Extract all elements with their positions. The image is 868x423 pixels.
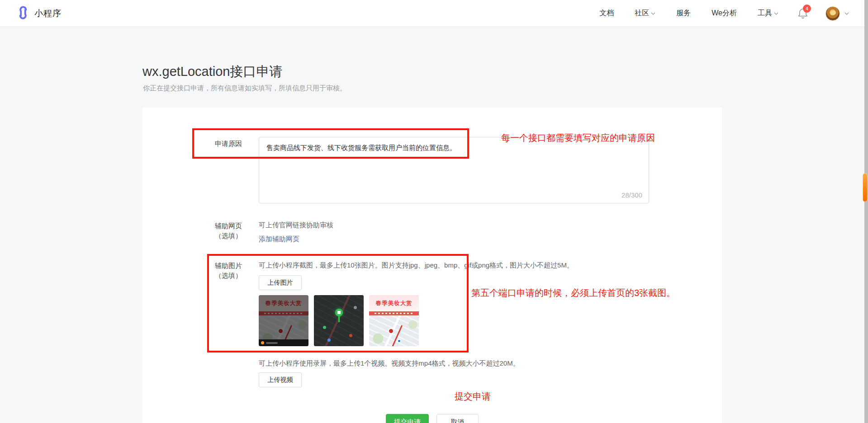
nav-item-label: 服务 xyxy=(676,9,691,18)
nav-item-tools[interactable]: 工具 xyxy=(758,9,778,18)
footer-text-bar xyxy=(266,342,278,344)
map-poi-red xyxy=(278,328,284,334)
aux-image-thumbnail-2[interactable] xyxy=(314,295,364,346)
nav-item-label: 工具 xyxy=(758,9,772,18)
map-dot-red xyxy=(349,334,352,337)
nav-item-services[interactable]: 服务 xyxy=(676,9,691,18)
miniprogram-logo-icon xyxy=(16,6,30,21)
avatar[interactable] xyxy=(825,6,840,21)
map-dot-blue xyxy=(327,338,331,342)
thumbnail-footer-bar xyxy=(259,339,308,346)
location-pin-icon xyxy=(335,309,343,322)
reason-label: 申请原因 xyxy=(190,139,242,149)
reason-textarea-wrap: 售卖商品线下发货、线下收货服务需获取用户当前的位置信息。 28/300 xyxy=(259,137,649,203)
promo-sub-strip xyxy=(259,311,308,315)
nav-item-we-analytics[interactable]: We分析 xyxy=(711,9,737,18)
add-aux-web-link[interactable]: 添加辅助网页 xyxy=(259,235,299,244)
aux-web-optional: （选填） xyxy=(190,231,242,241)
char-counter: 28/300 xyxy=(621,191,642,199)
map-dot-grey xyxy=(354,306,357,309)
aux-image-label-text: 辅助图片 xyxy=(215,262,242,269)
aux-image-thumbnail-3[interactable]: 春季美妆大赏 xyxy=(369,295,419,346)
brand-name: 小程序 xyxy=(34,8,62,19)
page-subtitle: 你正在提交接口申请，所有信息请如实填写，所填信息只用于审核。 xyxy=(143,84,346,93)
aux-web-label-text: 辅助网页 xyxy=(215,222,242,230)
top-navbar: 小程序 文档 社区 服务 We分析 工具 4 xyxy=(0,0,868,27)
account-chevron-down-icon[interactable] xyxy=(844,12,849,15)
map-dot-green xyxy=(323,326,326,329)
aux-image-thumbnail-1[interactable]: 春季美妆大赏 xyxy=(259,295,308,346)
upload-image-button[interactable]: 上传图片 xyxy=(259,275,302,290)
video-hint: 可上传小程序使用录屏，最多上传1个视频。视频支持mp4格式，视频大小不超过20M… xyxy=(259,359,520,368)
map-poi-blue xyxy=(397,339,401,343)
notifications-button[interactable]: 4 xyxy=(797,8,809,19)
promo-banner-text: 春季美妆大赏 xyxy=(259,295,308,311)
page-title: wx.getLocation接口申请 xyxy=(142,63,282,81)
nav-item-label: 社区 xyxy=(635,9,649,18)
scrollbar-track[interactable] xyxy=(864,0,868,423)
scrollbar-thumb[interactable] xyxy=(863,173,868,202)
notification-badge: 4 xyxy=(803,5,811,13)
map-preview xyxy=(369,315,419,346)
nav-item-label: 文档 xyxy=(599,9,614,18)
map-poi-red xyxy=(388,328,394,334)
brand[interactable]: 小程序 xyxy=(16,6,62,21)
cancel-button[interactable]: 取消 xyxy=(436,414,479,423)
promo-banner-text: 春季美妆大赏 xyxy=(369,295,419,311)
reason-textarea[interactable]: 售卖商品线下发货、线下收货服务需获取用户当前的位置信息。 xyxy=(259,137,649,203)
submit-button[interactable]: 提交申请 xyxy=(386,414,429,423)
map-route-line xyxy=(386,325,403,346)
aux-web-hint: 可上传官网链接协助审核 xyxy=(259,221,333,230)
nav-item-docs[interactable]: 文档 xyxy=(599,9,614,18)
aux-image-label: 辅助图片 （选填） xyxy=(190,261,242,281)
aux-image-hint: 可上传小程序截图，最多上传10张图片。图片支持jpg、jpeg、bmp、gif或… xyxy=(259,261,574,270)
nav-item-community[interactable]: 社区 xyxy=(635,9,655,18)
aux-image-optional: （选填） xyxy=(190,271,242,281)
promo-sub-strip xyxy=(369,311,419,315)
chevron-down-icon xyxy=(651,12,655,15)
nav-item-label: We分析 xyxy=(711,9,737,18)
chevron-down-icon xyxy=(774,12,778,15)
footer-avatar-dot xyxy=(261,341,264,344)
aux-web-label: 辅助网页 （选填） xyxy=(190,221,242,241)
navbar-menu: 文档 社区 服务 We分析 工具 4 xyxy=(579,6,849,21)
upload-video-button[interactable]: 上传视频 xyxy=(259,372,302,387)
